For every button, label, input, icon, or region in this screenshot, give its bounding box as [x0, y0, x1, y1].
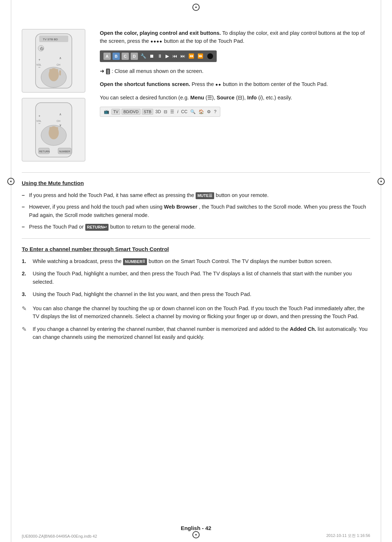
mute-bullet-3: Press the Touch Pad or RETURN↩ button to… [22, 223, 370, 231]
mute-bullet-1-text1: If you press and hold the Touch Pad, it … [29, 192, 194, 198]
shortcut-dots: ●● [215, 82, 223, 87]
mute-bullet-1-text2: button on your remote. [216, 192, 269, 198]
btn-pause: ⏸ [157, 53, 163, 59]
channel-heading: To Enter a channel number through Smart … [22, 246, 370, 252]
svg-text:⏻: ⏻ [40, 47, 44, 50]
mute-bullet-list: If you press and hold the Touch Pad, it … [22, 191, 370, 231]
shortcut-stb: STB [142, 109, 153, 115]
mute-section: Using the Mute function If you press and… [22, 180, 370, 231]
btn-play: ▶ [165, 53, 170, 59]
svg-text:∧: ∧ [59, 112, 62, 116]
left-border-line [11, 0, 11, 542]
source-icon-text: (⊟), [236, 95, 247, 100]
mute-bullet-2-text1: However, if you press and hold the touch… [29, 204, 163, 210]
svg-text:VOL: VOL [36, 63, 41, 66]
btn-stop: ⏹ [149, 53, 155, 59]
btn-d: D [131, 53, 138, 60]
shortcut-icon-1: 📺 [103, 109, 110, 114]
channel-note-2: If you change a channel by entering the … [22, 325, 370, 341]
btn-rew: ⏪ [188, 53, 195, 59]
btn-a: A [103, 53, 111, 60]
added-ch-label: Added Ch. [290, 326, 317, 332]
web-browser-label: Web Browser [164, 204, 197, 210]
source-label: Source [217, 95, 236, 100]
arrow-icon: ➜ [100, 68, 105, 74]
right-border-line [381, 0, 381, 542]
info-label: Info [247, 95, 258, 100]
footer-file: [UE8000-ZA]BN68-04495A-00Eng.indb 42 [22, 534, 97, 538]
shortcut-icon-cc: CC [180, 109, 188, 114]
divider-2 [22, 238, 370, 239]
channel-step-1: 1. While watching a broadcast, press the… [22, 257, 370, 265]
shortcut-functions-text: You can select a desired function (e.g. … [100, 94, 370, 102]
shortcut-icon-menu: ☰ [170, 109, 175, 114]
number-badge: NUMBER⠿ [123, 258, 147, 265]
channel-section: To Enter a channel number through Smart … [22, 246, 370, 341]
main-content: TV STB BD ⏻ + – ∧ ∨ VOL CH [22, 15, 370, 341]
divider-1 [22, 172, 370, 173]
footer-date: 2012-10-11 오전 1:16:56 [326, 533, 370, 538]
shortcut-icon-help: ? [213, 109, 217, 114]
close-menu-text: ➜ | : Close all menus shown on the scree… [100, 67, 370, 75]
svg-text:+: + [38, 114, 40, 118]
bottom-binding-marker [192, 531, 200, 538]
shortcut-icon-settings: ⚙ [206, 109, 212, 114]
info-icon-text: (i), etc.) easily. [258, 95, 292, 100]
svg-rect-27 [53, 126, 55, 133]
left-binding-marker [7, 178, 15, 185]
channel-numbered-list: 1. While watching a broadcast, press the… [22, 257, 370, 299]
shortcut-para: Open the shortcut functions screen. Pres… [100, 80, 370, 88]
svg-text:CH: CH [57, 63, 60, 66]
svg-rect-26 [49, 127, 52, 133]
channel-step-3: 3. Using the Touch Pad, highlight the ch… [22, 290, 370, 298]
step-3-num: 3. [22, 290, 26, 298]
button-bar: A B C D 🔧 ⏹ ⏸ ▶ ⏮ ⏭ ⏪ ⏩ [100, 50, 217, 62]
menu-icon-badge: | [106, 69, 110, 74]
shortcut-icon-home: 🏠 [198, 109, 205, 114]
svg-rect-16 [59, 70, 61, 75]
remote-image-bottom: + – ∧ ∨ VOL CH [22, 98, 85, 161]
menu-label: Menu [190, 95, 205, 100]
svg-text:VOL: VOL [36, 120, 41, 122]
btn-next: ⏭ [180, 53, 186, 59]
step-1-num: 1. [22, 257, 26, 265]
btn-black-dot [207, 53, 213, 59]
btn-c: C [122, 53, 129, 60]
shortcut-icon-source: ⊟ [163, 109, 168, 114]
shortcut-tv: TV [111, 109, 120, 115]
shortcut-icon-search: 🔍 [189, 109, 196, 114]
right-binding-marker [377, 178, 385, 185]
btn-prev: ⏮ [172, 53, 178, 59]
channel-note-1-text: You can also change the channel by touch… [33, 305, 365, 319]
step-1-text2: button on the Smart Touch Control. The T… [148, 258, 332, 264]
step-3-text: Using the Touch Pad, highlight the chann… [33, 291, 251, 297]
svg-text:∧: ∧ [59, 56, 62, 60]
mute-heading: Using the Mute function [22, 180, 370, 186]
color-buttons-heading: Open the color, playing control and exit… [100, 30, 221, 36]
step-2-text: Using the Touch Pad, highlight a number,… [33, 271, 352, 284]
step-2-num: 2. [22, 270, 26, 278]
channel-note-2-text1: If you change a channel by entering the … [33, 326, 289, 332]
mute-bullet-2: However, if you press and hold the touch… [22, 203, 370, 219]
shortcut-bar: 📺 TV BD/DVD STB 3D ⊟ ☰ i CC 🔍 🏠 ⚙ ? [100, 107, 220, 117]
mute-bullet-3-text1: Press the Touch Pad or [29, 224, 83, 230]
footer: English - 42 [0, 525, 392, 531]
mute-bullet-1: If you press and hold the Touch Pad, it … [22, 191, 370, 199]
channel-step-2: 2. Using the Touch Pad, highlight a numb… [22, 270, 370, 286]
shortcut-icon-3d: 3D [155, 109, 162, 114]
top-binding-marker [192, 4, 200, 11]
shortcut-bddvd: BD/DVD [122, 109, 140, 115]
btn-tool: 🔧 [140, 53, 147, 59]
svg-text:+: + [38, 58, 40, 62]
shortcut-heading: Open the shortcut functions screen. [100, 81, 190, 87]
svg-rect-13 [49, 69, 52, 75]
return-badge: RETURN↩ [85, 224, 109, 231]
shortcut-text2: button in the bottom center of the Touch… [223, 81, 328, 87]
btn-fwd: ⏩ [197, 53, 204, 59]
menu-icon-text: (☰), [205, 95, 217, 100]
btn-b: B [113, 53, 120, 60]
remote-image-top: TV STB BD ⏻ + – ∧ ∨ VOL CH [22, 29, 85, 93]
step-1-text1: While watching a broadcast, press the [33, 258, 122, 264]
color-buttons-text2: button at the top of the Touch Pad. [164, 38, 244, 44]
top-section: TV STB BD ⏻ + – ∧ ∨ VOL CH [22, 29, 370, 161]
